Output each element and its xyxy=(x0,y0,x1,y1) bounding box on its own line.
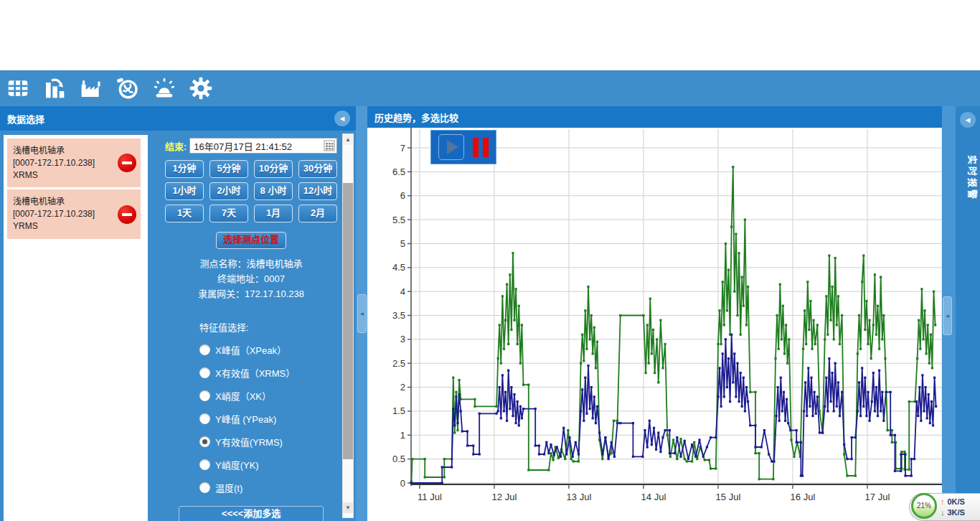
download-icon: ↓ xyxy=(941,507,945,518)
usage-gauge: 21% xyxy=(911,493,937,519)
playback-toolbar xyxy=(430,130,496,164)
radio-icon[interactable] xyxy=(199,344,210,355)
svg-text:12 Jul: 12 Jul xyxy=(492,492,517,502)
select-point-button[interactable]: 选择测点位置 xyxy=(216,232,286,249)
remove-item-button[interactable] xyxy=(118,154,136,172)
pump-fan-icon[interactable] xyxy=(116,76,140,100)
expand-alarm-button[interactable]: ◄ xyxy=(960,112,976,128)
remove-item-button[interactable] xyxy=(118,205,136,224)
feature-radio[interactable]: 温度(t) xyxy=(199,481,337,494)
play-icon[interactable] xyxy=(438,134,464,160)
interval-button[interactable]: 5分钟 xyxy=(209,160,248,178)
trend-header: 历史趋势，多选比较 xyxy=(367,106,942,128)
trend-panel: 历史趋势，多选比较 00.511.522.533.544.555.566.571… xyxy=(367,106,942,521)
svg-text:13 Jul: 13 Jul xyxy=(567,492,592,502)
svg-text:5.5: 5.5 xyxy=(392,215,405,225)
data-select-body: 浅槽电机轴承[0007-172.17.10.238]XRMS浅槽电机轴承[000… xyxy=(0,131,356,521)
interval-button[interactable]: 30分钟 xyxy=(298,160,337,178)
svg-text:14 Jul: 14 Jul xyxy=(641,492,666,502)
point-info-line: 测点名称：浅槽电机轴承 xyxy=(165,257,337,272)
top-whitespace xyxy=(0,0,980,70)
svg-text:3.5: 3.5 xyxy=(392,310,405,321)
feature-radio-label: X峰值（XPeak） xyxy=(215,343,286,357)
selected-item-feature: YRMS xyxy=(13,220,116,233)
svg-text:16 Jul: 16 Jul xyxy=(791,492,816,502)
interval-button[interactable]: 1月 xyxy=(254,205,293,222)
svg-text:6.5: 6.5 xyxy=(392,166,405,177)
right-splitter: ◄ xyxy=(942,106,956,521)
feature-radio-label: 温度(t) xyxy=(215,481,242,494)
feature-select-label: 特征值选择: xyxy=(199,320,337,334)
factory-icon[interactable] xyxy=(79,76,103,100)
net-speeds: ↑0K/S ↓3K/S xyxy=(941,497,965,518)
feature-radio[interactable]: Y峭度(YK) xyxy=(199,458,337,471)
interval-button[interactable]: 7天 xyxy=(209,205,248,222)
interval-button[interactable]: 1小时 xyxy=(165,182,204,200)
selected-item-card: 浅槽电机轴承[0007-172.17.10.238]XRMS xyxy=(7,139,141,187)
point-info-line: 终端地址：0007 xyxy=(165,272,337,287)
main-toolbar xyxy=(0,70,980,106)
radio-icon[interactable] xyxy=(199,482,210,493)
selected-item-address: [0007-172.17.10.238] xyxy=(13,157,116,169)
selected-item-name: 浅槽电机轴承 xyxy=(13,196,116,208)
selected-item-address: [0007-172.17.10.238] xyxy=(13,208,116,220)
interval-button[interactable]: 12小时 xyxy=(298,182,337,200)
svg-text:7: 7 xyxy=(400,143,405,154)
feature-radio-label: X有效值（XRMS） xyxy=(215,366,295,380)
interval-button[interactable]: 1天 xyxy=(165,205,204,222)
alarm-beacon-icon[interactable] xyxy=(152,76,176,100)
controls-scrollbar[interactable]: ▲ ▼ xyxy=(342,133,354,518)
svg-text:1.5: 1.5 xyxy=(392,405,405,416)
end-time-input[interactable] xyxy=(189,138,337,154)
svg-text:2.5: 2.5 xyxy=(392,358,405,369)
upload-icon: ↑ xyxy=(941,497,945,507)
selected-item-feature: XRMS xyxy=(13,169,116,182)
gear-icon[interactable] xyxy=(189,76,213,100)
feature-radio[interactable]: X峰值（XPeak） xyxy=(199,343,337,357)
selected-item-card: 浅槽电机轴承[0007-172.17.10.238]YRMS xyxy=(7,189,141,238)
feature-radio-label: X峭度（XK） xyxy=(215,389,271,403)
radio-icon[interactable] xyxy=(199,413,210,424)
realtime-alarm-tab[interactable]: 实时报警 xyxy=(956,135,980,221)
svg-text:2: 2 xyxy=(400,382,405,393)
svg-text:4.5: 4.5 xyxy=(392,262,405,273)
svg-text:0: 0 xyxy=(400,478,405,489)
interval-button[interactable]: 10分钟 xyxy=(254,160,293,178)
calendar-icon[interactable] xyxy=(324,140,335,151)
interval-button[interactable]: 1分钟 xyxy=(165,160,204,178)
feature-radio[interactable]: Y有效值(YRMS) xyxy=(199,435,337,449)
scroll-thumb[interactable] xyxy=(343,183,353,459)
radio-icon[interactable] xyxy=(199,367,210,378)
right-splitter-handle[interactable]: ◄ xyxy=(943,296,952,335)
pause-icon[interactable] xyxy=(473,138,489,157)
interval-button[interactable]: 2小时 xyxy=(209,182,248,200)
selected-items-list: 浅槽电机轴承[0007-172.17.10.238]XRMS浅槽电机轴承[000… xyxy=(4,135,148,521)
left-splitter-handle[interactable]: ◄ xyxy=(357,294,367,333)
add-multi-button[interactable]: <<<<添加多选 xyxy=(179,506,324,521)
feature-radio[interactable]: X峭度（XK） xyxy=(199,389,337,403)
svg-text:17 Jul: 17 Jul xyxy=(865,492,890,502)
feature-radio[interactable]: X有效值（XRMS） xyxy=(199,366,337,380)
interval-button[interactable]: 2月 xyxy=(298,205,337,222)
interval-button[interactable]: 8 小时 xyxy=(254,182,293,200)
radio-icon[interactable] xyxy=(199,390,210,401)
query-controls: 结束: 1分钟5分钟10分钟30分钟1小时2小时8 小时12小时1天7天1月2月… xyxy=(165,131,337,521)
data-select-panel: 数据选择 ◄ 浅槽电机轴承[0007-172.17.10.238]XRMS浅槽电… xyxy=(0,106,356,521)
radio-icon[interactable] xyxy=(199,459,210,470)
svg-text:4: 4 xyxy=(400,286,405,297)
interval-buttons: 1分钟5分钟10分钟30分钟1小时2小时8 小时12小时1天7天1月2月 xyxy=(165,160,337,222)
scroll-up-button[interactable]: ▲ xyxy=(343,134,353,145)
feature-radio-label: Y有效值(YRMS) xyxy=(215,435,283,449)
scroll-down-button[interactable]: ▼ xyxy=(343,502,353,513)
svg-text:15 Jul: 15 Jul xyxy=(716,492,741,502)
radio-icon[interactable] xyxy=(199,436,210,447)
bar-chart-icon[interactable] xyxy=(42,76,67,100)
feature-radio[interactable]: Y峰值 (YPeak) xyxy=(199,412,337,426)
trend-chart-area: 00.511.522.533.544.555.566.5711 Jul12 Ju… xyxy=(367,128,942,521)
upload-speed: 0K/S xyxy=(948,497,965,507)
collapse-left-button[interactable]: ◄ xyxy=(334,111,350,126)
table-icon[interactable] xyxy=(6,76,30,100)
svg-text:11 Jul: 11 Jul xyxy=(418,492,442,502)
main-area: 数据选择 ◄ 浅槽电机轴承[0007-172.17.10.238]XRMS浅槽电… xyxy=(0,106,980,521)
trend-chart: 00.511.522.533.544.555.566.5711 Jul12 Ju… xyxy=(367,128,942,518)
